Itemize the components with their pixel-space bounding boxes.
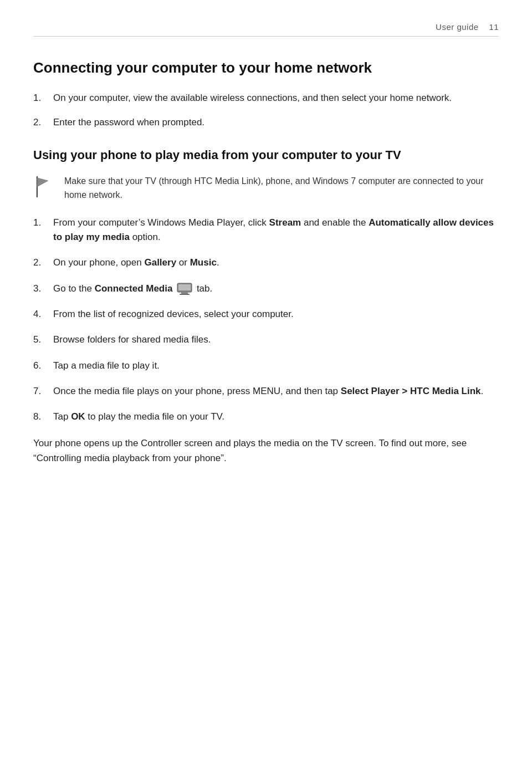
page-container: User guide 11 Connecting your computer t… [0,0,532,771]
section2: Using your phone to play media from your… [33,147,499,466]
step-content: Go to the Connected Media tab. [53,282,499,296]
section1: Connecting your computer to your home ne… [33,59,499,130]
svg-rect-3 [181,292,188,294]
svg-marker-1 [37,178,48,187]
step-content: Tap a media file to play it. [53,359,499,373]
section1-step2: 2. Enter the password when prompted. [33,115,499,130]
step-number: 5. [33,333,53,347]
step-content: From the list of recognized devices, sel… [53,307,499,321]
connected-media-icon [177,283,192,295]
step-number: 2. [33,256,53,270]
step-number: 1. [33,91,53,105]
page-number: 11 [489,22,499,32]
section2-step7: 7. Once the media file plays on your pho… [33,384,499,399]
step-content: Browse folders for shared media files. [53,333,499,347]
header-text: User guide 11 [436,22,499,32]
step-content: Enter the password when prompted. [53,115,499,130]
section2-step3: 3. Go to the Connected Media tab. [33,282,499,296]
section1-title: Connecting your computer to your home ne… [33,59,499,78]
term-stream: Stream [269,217,301,228]
flag-icon [33,176,54,200]
section2-step4: 4. From the list of recognized devices, … [33,307,499,321]
step-number: 7. [33,384,53,399]
step-number: 1. [33,216,53,245]
step-number: 6. [33,359,53,373]
step-content: On your computer, view the available wir… [53,91,499,105]
step-number: 3. [33,282,53,296]
note-text: Make sure that your TV (through HTC Medi… [64,175,499,202]
closing-paragraph: Your phone opens up the Controller scree… [33,436,499,466]
step-content: Tap OK to play the media file on your TV… [53,410,499,424]
term-ok: OK [71,411,85,422]
step-number: 2. [33,115,53,130]
section2-step2: 2. On your phone, open Gallery or Music. [33,256,499,270]
note-box: Make sure that your TV (through HTC Medi… [33,175,499,202]
section2-step5: 5. Browse folders for shared media files… [33,333,499,347]
step-content: Once the media file plays on your phone,… [53,384,499,399]
svg-rect-4 [180,294,190,295]
section2-step1: 1. From your computer’s Windows Media Pl… [33,216,499,245]
page-header: User guide 11 [33,22,499,37]
step-content: From your computer’s Windows Media Playe… [53,216,499,245]
svg-rect-5 [178,284,191,290]
section1-step1: 1. On your computer, view the available … [33,91,499,105]
section2-step6: 6. Tap a media file to play it. [33,359,499,373]
step-number: 8. [33,410,53,424]
step-content: On your phone, open Gallery or Music. [53,256,499,270]
term-music: Music [190,257,217,268]
term-connected-media: Connected Media [95,283,173,294]
step-number: 4. [33,307,53,321]
term-select-player: Select Player > HTC Media Link [341,386,481,396]
section2-title: Using your phone to play media from your… [33,147,499,164]
term-gallery: Gallery [144,257,176,268]
section2-step8: 8. Tap OK to play the media file on your… [33,410,499,424]
guide-label: User guide [436,22,479,32]
